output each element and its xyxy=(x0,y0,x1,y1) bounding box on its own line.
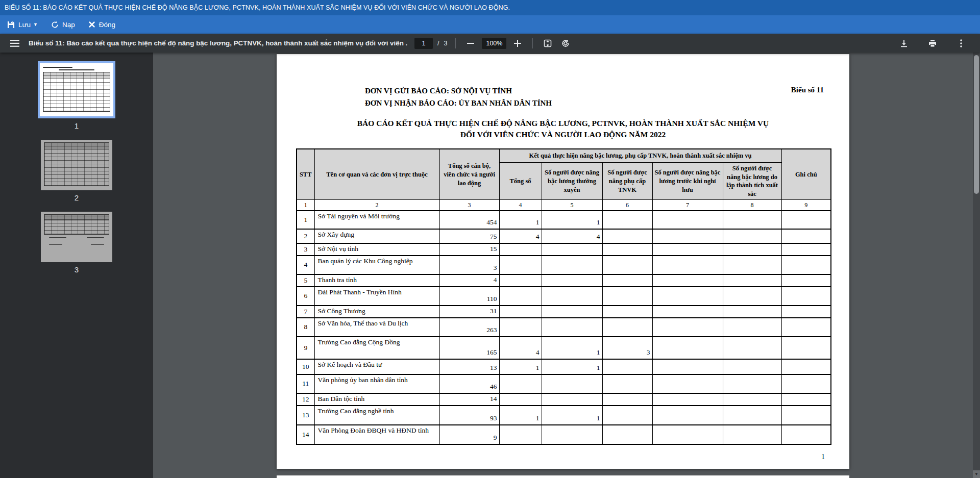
action-toolbar: Lưu ▼ Nạp Đóng xyxy=(0,15,980,34)
table-row: 12Ban Dân tộc tỉnh14 xyxy=(297,393,831,406)
arrow-down-icon: ▼ xyxy=(974,472,978,476)
table-cell xyxy=(602,229,652,243)
table-cell: 93 xyxy=(439,406,499,425)
col-header-merit: Số người được nâng bậc lương do lập thàn… xyxy=(723,163,781,200)
page-total: 3 xyxy=(444,40,447,47)
table-cell: 1 xyxy=(499,359,542,374)
table-cell: 13 xyxy=(297,406,314,425)
save-label: Lưu xyxy=(18,21,31,29)
table-cell xyxy=(652,425,723,444)
scrollbar-thumb[interactable] xyxy=(974,55,979,194)
table-cell xyxy=(602,359,652,374)
table-cell xyxy=(499,393,542,406)
close-button[interactable]: Đóng xyxy=(88,21,115,29)
table-row: 9Trường Cao đẳng Cộng Đồng165413 xyxy=(297,337,831,359)
table-cell xyxy=(652,256,723,274)
form-number-label: Biểu số 11 xyxy=(791,85,824,109)
download-icon[interactable] xyxy=(897,37,911,50)
table-cell: Sở Công Thương xyxy=(314,306,439,318)
table-cell xyxy=(723,229,781,243)
table-row: 14Văn Phòng Đoàn ĐBQH và HĐND tỉnh9 xyxy=(297,425,831,444)
thumbnail-panel: 1 2 3 xyxy=(0,53,153,478)
table-row: 13Trường Cao đẳng nghề tỉnh9311 xyxy=(297,406,831,425)
table-cell xyxy=(602,318,652,337)
table-row: 7Sở Công Thương31 xyxy=(297,306,831,318)
table-cell xyxy=(781,374,831,393)
column-number-cell: 4 xyxy=(499,200,542,211)
menu-icon[interactable] xyxy=(8,37,21,50)
table-cell xyxy=(542,393,602,406)
col-header-regular: Số người được nâng bậc lương thường xuyê… xyxy=(542,163,602,200)
page-separator: / xyxy=(437,40,439,47)
table-cell xyxy=(602,393,652,406)
table-cell xyxy=(723,211,781,229)
rotate-icon[interactable] xyxy=(559,37,572,50)
table-cell: 6 xyxy=(297,287,314,306)
table-body: 1234567891Sở Tài nguyên và Môi trường454… xyxy=(297,200,831,444)
table-cell xyxy=(499,243,542,256)
more-options-icon[interactable] xyxy=(954,37,968,50)
table-cell xyxy=(723,337,781,359)
table-row: 3Sở Nội vụ tỉnh15 xyxy=(297,243,831,256)
column-number-cell: 1 xyxy=(297,200,314,211)
thumbnail-page-1[interactable]: 1 xyxy=(38,61,115,140)
table-cell xyxy=(652,243,723,256)
table-cell xyxy=(602,306,652,318)
report-title-line1: BÁO CÁO KẾT QUẢ THỰC HIỆN CHẾ ĐỘ NÂNG BẬ… xyxy=(277,118,849,129)
print-icon[interactable] xyxy=(926,37,939,50)
table-row: 5Thanh tra tỉnh4 xyxy=(297,274,831,287)
table-cell: Ban quản lý các Khu Công nghiệp xyxy=(314,256,439,274)
reload-button[interactable]: Nạp xyxy=(51,21,75,29)
table-cell: Văn phòng ủy ban nhân dân tỉnh xyxy=(314,374,439,393)
scroll-down-button[interactable]: ▼ xyxy=(973,470,980,478)
pdf-page-1: ĐƠN VỊ GỬI BÁO CÁO: SỞ NỘI VỤ TỈNH ĐƠN V… xyxy=(277,54,849,469)
table-cell: 165 xyxy=(439,337,499,359)
table-cell: 1 xyxy=(499,211,542,229)
table-cell xyxy=(542,274,602,287)
table-cell: 5 xyxy=(297,274,314,287)
table-cell xyxy=(499,318,542,337)
table-cell xyxy=(652,406,723,425)
table-cell xyxy=(781,359,831,374)
scrollbar[interactable]: ▼ xyxy=(973,53,980,478)
thumbnail-page-2[interactable]: 2 xyxy=(41,140,112,212)
thumbnail-page-3[interactable]: 3 xyxy=(41,212,112,284)
table-row: 4Ban quản lý các Khu Công nghiệp3 xyxy=(297,256,831,274)
table-cell: 1 xyxy=(542,211,602,229)
table-cell xyxy=(602,256,652,274)
pdf-viewport[interactable]: ĐƠN VỊ GỬI BÁO CÁO: SỞ NỘI VỤ TỈNH ĐƠN V… xyxy=(153,53,973,478)
table-cell xyxy=(499,425,542,444)
table-cell: 454 xyxy=(439,211,499,229)
zoom-in-button[interactable] xyxy=(511,37,524,50)
table-cell xyxy=(652,337,723,359)
table-cell: 4 xyxy=(439,274,499,287)
table-cell xyxy=(652,318,723,337)
table-cell xyxy=(723,359,781,374)
table-cell xyxy=(781,256,831,274)
table-cell xyxy=(499,374,542,393)
divider xyxy=(455,38,456,48)
table-cell: Sở Văn hóa, Thể thao và Du lịch xyxy=(314,318,439,337)
table-row: 6Đài Phát Thanh - Truyền Hình110 xyxy=(297,287,831,306)
table-row: 10Sở Kế hoạch và Đầu tư1311 xyxy=(297,359,831,374)
table-cell: 75 xyxy=(439,229,499,243)
save-button[interactable]: Lưu ▼ xyxy=(7,21,38,29)
zoom-level[interactable]: 100% xyxy=(482,38,506,49)
page-number-input[interactable] xyxy=(414,38,433,49)
table-cell xyxy=(542,425,602,444)
table-cell xyxy=(723,274,781,287)
table-cell xyxy=(602,406,652,425)
table-cell: 1 xyxy=(542,406,602,425)
fit-page-icon[interactable] xyxy=(541,37,554,50)
table-cell xyxy=(723,425,781,444)
table-cell xyxy=(781,229,831,243)
table-cell xyxy=(723,406,781,425)
thumbnail-label: 2 xyxy=(75,193,79,202)
zoom-out-button[interactable] xyxy=(464,37,477,50)
table-cell xyxy=(602,374,652,393)
table-cell: Đài Phát Thanh - Truyền Hình xyxy=(314,287,439,306)
report-sender: ĐƠN VỊ GỬI BÁO CÁO: SỞ NỘI VỤ TỈNH xyxy=(365,85,552,97)
table-cell xyxy=(723,243,781,256)
table-cell: Ban Dân tộc tỉnh xyxy=(314,393,439,406)
table-cell: 4 xyxy=(297,256,314,274)
